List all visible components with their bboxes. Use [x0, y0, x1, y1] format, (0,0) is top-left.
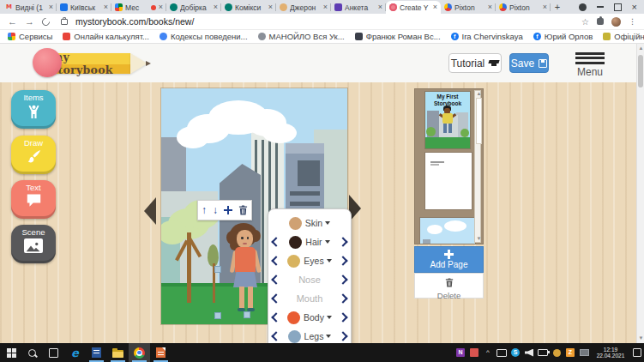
browser-menu-icon[interactable]: ⋮	[629, 17, 636, 26]
bookmark-item[interactable]: Офіційний сайт Уп...	[603, 32, 644, 41]
row-nose[interactable]: Nose	[273, 270, 346, 289]
back-icon[interactable]: ←	[8, 17, 17, 27]
taskbar-document[interactable]	[150, 343, 172, 362]
cover-thumbnail[interactable]: My First Storybook	[425, 92, 470, 148]
row-hair[interactable]: Hair	[273, 232, 346, 251]
tool-draw-button[interactable]: Draw	[11, 136, 56, 174]
bring-forward-icon[interactable]: ↑	[202, 205, 207, 215]
prev-page-arrow[interactable]	[144, 197, 156, 225]
media-cast-icon[interactable]	[579, 3, 587, 11]
eyes-swatch[interactable]	[287, 255, 300, 268]
next-option-icon[interactable]	[338, 237, 347, 246]
hair-swatch[interactable]	[289, 236, 302, 249]
new-tab-button[interactable]: +	[551, 2, 564, 12]
next-option-icon[interactable]	[338, 275, 347, 284]
pages-scrollbar[interactable]: ▲ ▼	[474, 90, 481, 243]
row-mouth[interactable]: Mouth	[273, 289, 346, 308]
site-logo[interactable]: my storybook	[51, 53, 130, 74]
move-icon[interactable]	[224, 206, 232, 214]
tutorial-button[interactable]: Tutorial	[448, 53, 502, 73]
row-body[interactable]: Body	[273, 308, 346, 327]
legs-swatch[interactable]	[288, 330, 301, 343]
tab-close-icon[interactable]: ×	[378, 3, 382, 11]
action-center-button[interactable]	[630, 343, 644, 362]
taskbar-word[interactable]	[86, 343, 107, 362]
tab-pixton-2[interactable]: Pixton ×	[496, 1, 551, 14]
bookmark-item[interactable]: Кодексы поведени...	[159, 32, 248, 41]
selection-handle[interactable]	[214, 266, 221, 273]
tab-close-icon[interactable]: ×	[488, 3, 492, 11]
tray-monitor[interactable]	[577, 343, 591, 362]
save-button[interactable]: Save	[509, 53, 549, 73]
tool-items-button[interactable]: Items	[11, 90, 56, 129]
pages-scrollbar-thumb[interactable]	[476, 98, 482, 144]
taskbar-clock[interactable]: 12:19 22.04.2021	[591, 347, 630, 359]
url-text[interactable]: mystorybook.com/books/new/	[75, 16, 574, 27]
tab-dobirka[interactable]: Добірка ×	[166, 1, 221, 14]
tray-display[interactable]	[495, 343, 509, 362]
taskbar-chrome-active[interactable]	[129, 343, 150, 362]
tab-kyivsk[interactable]: Київськ ×	[57, 1, 111, 14]
minimize-button[interactable]	[597, 6, 604, 8]
page-scrollbar[interactable]: ▲ ▼	[636, 44, 644, 343]
bookmark-item[interactable]: Юрий Орлов	[533, 32, 593, 41]
row-eyes[interactable]: Eyes	[273, 251, 346, 270]
page-scrollbar-thumb[interactable]	[638, 55, 643, 87]
selection-handle[interactable]	[244, 311, 250, 318]
tool-scene-button[interactable]: Scene	[11, 225, 56, 263]
send-backward-icon[interactable]: ↓	[213, 205, 218, 215]
tray-coin-app[interactable]	[550, 343, 563, 362]
next-option-icon[interactable]	[338, 293, 347, 303]
tray-contact[interactable]	[467, 343, 481, 362]
tab-close-icon[interactable]: ×	[433, 3, 437, 11]
scroll-up-icon[interactable]: ▲	[638, 45, 644, 51]
tray-battery[interactable]	[536, 343, 550, 362]
tab-close-icon[interactable]: ×	[104, 3, 108, 11]
character[interactable]	[228, 223, 264, 314]
close-window-button[interactable]: ×	[632, 3, 637, 12]
tool-text-button[interactable]: Text	[11, 180, 56, 219]
skin-swatch[interactable]	[289, 217, 302, 230]
tab-anketa[interactable]: Анкета ×	[331, 1, 386, 14]
bookmark-item[interactable]: Франюк Роман Вс...	[355, 32, 441, 41]
maximize-button[interactable]	[614, 3, 622, 11]
page-thumbnail[interactable]	[425, 153, 472, 209]
delete-page-button[interactable]: Delete	[414, 273, 484, 299]
selection-handle[interactable]	[214, 312, 221, 319]
start-button[interactable]	[0, 343, 21, 362]
taskbar-edge[interactable]: e	[64, 343, 86, 362]
bookmark-item[interactable]: Онлайн калькулят...	[63, 32, 149, 41]
menu-button[interactable]: Menu	[575, 50, 605, 78]
scroll-down-icon[interactable]: ▼	[476, 236, 482, 242]
tray-volume[interactable]	[522, 343, 536, 362]
tab-close-icon[interactable]: ×	[268, 3, 273, 11]
reload-icon[interactable]	[40, 16, 51, 27]
taskbar-search-button[interactable]	[21, 343, 43, 362]
bookmark-item[interactable]: Сервисы	[8, 32, 52, 41]
https-lock-icon[interactable]	[61, 19, 68, 25]
extension-icon[interactable]	[597, 18, 604, 25]
scroll-down-icon[interactable]: ▼	[638, 335, 644, 341]
tab-dzheron[interactable]: Джерон ×	[276, 1, 331, 14]
page-thumbnail-partial[interactable]	[420, 218, 475, 244]
taskbar-explorer[interactable]	[107, 343, 129, 362]
row-skin[interactable]: Skin	[273, 214, 346, 232]
forward-icon[interactable]: →	[25, 17, 34, 27]
delete-object-icon[interactable]	[238, 205, 248, 215]
tab-close-icon[interactable]: ×	[49, 3, 53, 11]
tab-pixton-1[interactable]: Pixton ×	[441, 1, 496, 14]
tab-close-icon[interactable]: ×	[159, 3, 163, 11]
scroll-up-icon[interactable]: ▲	[476, 91, 482, 97]
next-option-icon[interactable]	[338, 331, 347, 341]
next-option-icon[interactable]	[338, 312, 347, 322]
body-swatch[interactable]	[287, 311, 300, 324]
profile-avatar[interactable]	[611, 17, 621, 27]
task-view-button[interactable]	[43, 343, 64, 362]
tray-skype[interactable]: S	[509, 343, 522, 362]
bookmark-item[interactable]: Ira Chervinskaya	[451, 32, 523, 41]
bookmark-item[interactable]: МАНОЙЛО Вся Ук...	[258, 32, 345, 41]
tab-close-icon[interactable]: ×	[543, 3, 547, 11]
tray-hidden-icons[interactable]: ^	[481, 343, 495, 362]
tray-onenote[interactable]: N	[454, 343, 467, 362]
bookmark-star-icon[interactable]: ☆	[581, 17, 589, 27]
